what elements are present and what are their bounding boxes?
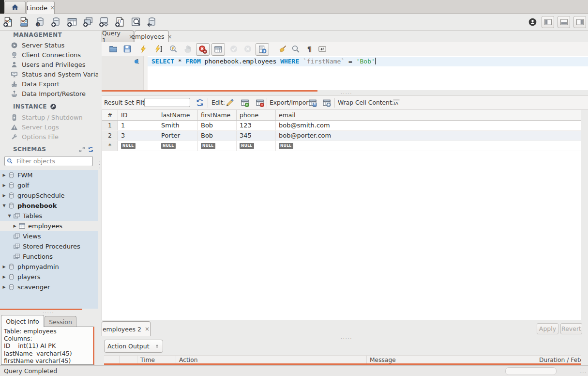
grid-cell-null[interactable]: NULL: [198, 141, 237, 151]
wrap-cell-content-toggle[interactable]: IA: [392, 99, 400, 107]
grid-cell-null[interactable]: NULL: [118, 141, 158, 151]
show-invisibles-toggle[interactable]: ¶: [304, 44, 315, 54]
find-button[interactable]: [290, 44, 301, 54]
horizontal-scrollbar-thumb[interactable]: [505, 367, 557, 375]
schema-tree-item-employees[interactable]: ▶employees: [0, 221, 98, 231]
grid-cell[interactable]: 123: [237, 121, 276, 130]
inspect-database-button[interactable]: i: [34, 16, 45, 27]
wrap-text-toggle[interactable]: [317, 44, 328, 54]
connection-tab-linode[interactable]: Linode ×: [27, 1, 55, 14]
column-header-email[interactable]: email: [276, 110, 581, 120]
explain-button[interactable]: [168, 44, 179, 54]
schema-tree-item-phpmyadmin[interactable]: ▶phpmyadmin: [0, 262, 98, 272]
chevron-right-icon[interactable]: ▶: [1, 285, 7, 289]
chevron-right-icon[interactable]: ▶: [12, 224, 17, 228]
grid-cell-null[interactable]: NULL: [237, 141, 276, 151]
user-account-button[interactable]: [527, 16, 538, 28]
schema-filter-box[interactable]: [4, 156, 93, 166]
create-function-button[interactable]: (): [114, 16, 125, 27]
output-splitter-handle[interactable]: ·····: [341, 336, 352, 341]
import-records-button[interactable]: [322, 98, 331, 107]
table-row[interactable]: 11SmithBob123bob@smith.com: [102, 121, 581, 131]
grid-cell[interactable]: 345: [237, 131, 276, 141]
sidebar-item-users-and-privileges[interactable]: Users and Privileges: [0, 60, 98, 69]
create-procedure-button[interactable]: [98, 16, 109, 27]
edit-cell-button[interactable]: [226, 98, 234, 107]
output-selector-dropdown[interactable]: Action Output: [104, 340, 163, 353]
sql-editor[interactable]: 1 SELECT * FROM phonebook.employees WHER…: [102, 56, 588, 90]
grid-cell[interactable]: Smith: [158, 121, 198, 130]
chevron-right-icon[interactable]: ▶: [1, 183, 7, 188]
grid-cell[interactable]: Bob: [198, 121, 237, 130]
rollback-button[interactable]: [242, 44, 253, 54]
schema-tree-item-stored-procedures[interactable]: Stored Procedures: [0, 241, 98, 251]
grid-cell-null[interactable]: NULL: [276, 141, 581, 151]
chevron-down-icon[interactable]: ▼: [1, 204, 7, 208]
create-schema-button[interactable]: [50, 16, 61, 27]
sql-statement[interactable]: SELECT * FROM phonebook.employees WHERE …: [151, 58, 376, 65]
save-script-button[interactable]: [122, 44, 133, 54]
toggle-right-sidebar-button[interactable]: [573, 16, 586, 28]
add-row-button[interactable]: [241, 98, 249, 107]
schema-tree-item-fwm[interactable]: ▶FWM: [0, 170, 98, 180]
sidebar-item-startup-shutdown[interactable]: Startup / Shutdown: [0, 112, 98, 122]
schema-tree-item-views[interactable]: Views: [0, 231, 98, 241]
schema-tree-item-golf[interactable]: ▶golf: [0, 180, 98, 190]
autocommit-toggle[interactable]: [256, 43, 269, 56]
grid-cell[interactable]: 1: [118, 121, 158, 130]
sidebar-splitter-handle[interactable]: ·····: [43, 311, 54, 315]
resize-grip[interactable]: ·······: [580, 366, 587, 375]
new-sql-tab-button[interactable]: SQL: [2, 16, 14, 27]
chevron-down-icon[interactable]: ▼: [7, 214, 12, 218]
schema-tree-item-groupschedule[interactable]: ▶groupSchedule: [0, 190, 98, 201]
commit-button[interactable]: [228, 44, 239, 54]
schema-tree-item-players[interactable]: ▶players: [0, 272, 98, 282]
refresh-schemas-icon[interactable]: [88, 146, 94, 153]
stop-on-error-toggle[interactable]: [196, 43, 210, 56]
sidebar-item-data-export[interactable]: Data Export: [0, 79, 98, 89]
expand-schemas-icon[interactable]: [79, 146, 85, 153]
sidebar-item-status-and-system-variables[interactable]: Status and System Variables: [0, 69, 98, 79]
grid-cell[interactable]: 3: [118, 131, 158, 141]
open-sql-script-button[interactable]: SQL: [18, 16, 30, 27]
sidebar-resize-handle[interactable]: ···: [99, 160, 101, 171]
close-icon[interactable]: ×: [50, 4, 55, 11]
column-header-lastname[interactable]: lastName: [158, 110, 198, 120]
grid-cell[interactable]: bob@smith.com: [276, 121, 581, 130]
beautify-button[interactable]: [277, 44, 288, 54]
schema-tree-item-tables[interactable]: ▼Tables: [0, 211, 98, 221]
refresh-results-button[interactable]: [196, 98, 204, 107]
reconnect-dbms-button[interactable]: [146, 16, 157, 27]
open-script-button[interactable]: [108, 44, 119, 54]
close-icon[interactable]: ×: [167, 33, 172, 40]
grid-cell[interactable]: Bob: [198, 131, 237, 141]
sidebar-item-options-file[interactable]: Options File: [0, 132, 98, 141]
execute-current-statement-button[interactable]: [153, 44, 164, 54]
chevron-right-icon[interactable]: ▶: [1, 193, 7, 198]
limit-rows-toggle[interactable]: [211, 43, 225, 56]
grid-cell[interactable]: bob@porter.com: [276, 131, 581, 141]
export-recordset-button[interactable]: [308, 98, 317, 107]
sidebar-item-data-import-restore[interactable]: Data Import/Restore: [0, 89, 98, 98]
toggle-left-sidebar-button[interactable]: [542, 16, 554, 28]
execute-button[interactable]: [138, 44, 149, 54]
close-icon[interactable]: ×: [145, 326, 150, 332]
search-data-button[interactable]: [130, 16, 141, 27]
tab-query-1[interactable]: Query 1 ×: [102, 31, 134, 42]
grid-cell[interactable]: Porter: [158, 131, 198, 141]
tab-employees-2-result[interactable]: employees 2 ×: [102, 321, 151, 336]
schema-tree-item-phonebook[interactable]: ▼phonebook: [0, 201, 98, 211]
schema-tree-item-scavenger[interactable]: ▶scavenger: [0, 282, 98, 292]
table-row[interactable]: 23PorterBob345bob@porter.com: [102, 131, 581, 141]
column-header-phone[interactable]: phone: [237, 110, 276, 120]
chevron-right-icon[interactable]: ▶: [1, 265, 7, 269]
new-row[interactable]: *NULLNULLNULLNULLNULL: [102, 141, 581, 151]
chevron-right-icon[interactable]: ▶: [1, 275, 7, 279]
delete-row-button[interactable]: [256, 98, 264, 107]
sidebar-item-client-connections[interactable]: Client Connections: [0, 50, 98, 60]
column-header-firstname[interactable]: firstName: [198, 110, 237, 120]
toggle-bottom-panel-button[interactable]: [558, 16, 570, 28]
tab-employees-editor[interactable]: employees ×: [135, 31, 169, 42]
schema-filter-input[interactable]: [15, 157, 90, 165]
apply-button[interactable]: Apply: [537, 323, 558, 334]
